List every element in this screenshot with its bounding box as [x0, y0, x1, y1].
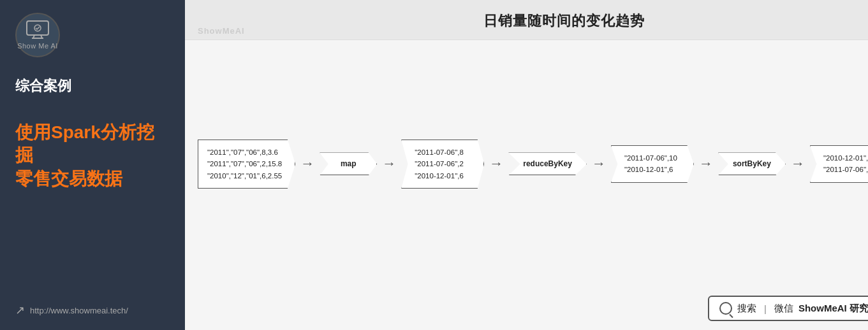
arrow-4: → [592, 155, 606, 172]
logo-circle: Show Me AI [15, 13, 60, 57]
chart-title: 日销量随时间的变化趋势 [483, 11, 645, 31]
sidebar: Show Me AI 综合案例 使用Spark分析挖掘 零售交易数据 ↗ htt… [0, 0, 185, 330]
search-label: 搜索 [737, 303, 756, 315]
op-sortbykey-label: sortByKey [733, 159, 771, 168]
chart-header: ShowMeAI 日销量随时间的变化趋势 [185, 0, 868, 40]
data-box-1: "2011","07","06",8,3.6 "2011","07","06",… [198, 140, 295, 189]
search-prefix: 微信 [774, 303, 793, 315]
data-box-3-line2: "2010-12-01",6 [624, 164, 680, 175]
main-content: ShowMeAI 日销量随时间的变化趋势 "2011","07","06",8,… [185, 0, 868, 330]
op-reducebykey-label: reduceByKey [523, 159, 572, 168]
footer-url: http://www.showmeai.tech/ [30, 306, 128, 315]
op-map-label: map [341, 159, 357, 168]
main-title: 使用Spark分析挖掘 零售交易数据 [15, 121, 170, 190]
data-box-3-line1: "2011-07-06",10 [624, 152, 680, 164]
arrow-3: → [489, 155, 503, 172]
data-box-1-line2: "2011","07","06",2,15.8 [207, 158, 282, 169]
data-box-2: "2011-07-06",8 "2011-07-06",2 "2010-12-0… [401, 140, 484, 189]
data-box-1-line3: "2010","12","01",6,2.55 [207, 170, 282, 182]
search-box[interactable]: 搜索 | 微信 ShowMeAI 研究中心 [708, 296, 868, 321]
arrow-5: → [699, 155, 713, 172]
search-bar: 搜索 | 微信 ShowMeAI 研究中心 [185, 288, 868, 330]
arrow-6: → [791, 155, 805, 172]
data-box-2-line2: "2011-07-06",2 [415, 158, 471, 169]
monitor-icon [26, 20, 50, 39]
op-box-reducebykey: reduceByKey [508, 152, 587, 175]
data-box-1-line1: "2011","07","06",8,3.6 [207, 147, 282, 158]
search-icon [719, 302, 732, 315]
search-divider: | [764, 303, 767, 314]
flow-diagram: "2011","07","06",8,3.6 "2011","07","06",… [198, 140, 868, 189]
diagram-area: "2011","07","06",8,3.6 "2011","07","06",… [185, 40, 868, 288]
data-box-3: "2011-07-06",10 "2010-12-01",6 [611, 145, 694, 183]
op-box-map: map [320, 152, 377, 175]
footer-link[interactable]: ↗ http://www.showmeai.tech/ [15, 303, 170, 317]
data-box-4-line1: "2010-12-01",6 [823, 152, 868, 164]
logo-text: Show Me AI [17, 42, 58, 50]
data-box-2-line3: "2010-12-01",6 [415, 170, 471, 182]
main-title-line2: 零售交易数据 [15, 169, 122, 189]
data-box-2-line1: "2011-07-06",8 [415, 147, 471, 158]
watermark-header: ShowMeAI [198, 26, 245, 36]
data-box-4-line2: "2011-07-06",10 [823, 164, 868, 175]
cursor-icon: ↗ [15, 303, 25, 317]
op-box-sortbykey: sortByKey [718, 152, 786, 175]
data-box-4: "2010-12-01",6 "2011-07-06",10 [810, 145, 868, 183]
logo-area: Show Me AI [15, 13, 170, 57]
search-brand: ShowMeAI 研究中心 [798, 303, 868, 315]
arrow-1: → [300, 155, 314, 172]
section-label: 综合案例 [15, 76, 170, 96]
arrow-2: → [382, 155, 396, 172]
main-title-line1: 使用Spark分析挖掘 [15, 122, 154, 165]
